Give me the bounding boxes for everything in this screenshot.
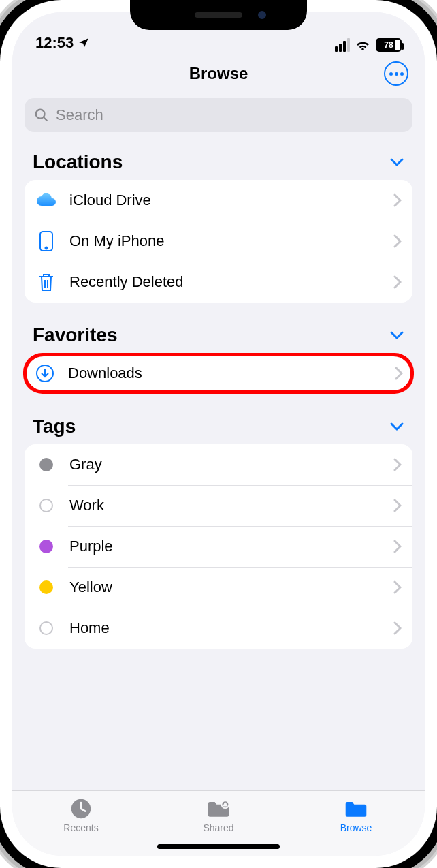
section-title: Tags [33,416,76,437]
row-label: Gray [69,456,381,474]
tab-browse[interactable]: Browse [315,798,397,833]
search-input[interactable]: Search [25,98,412,132]
trash-icon [35,271,57,293]
row-label: Work [69,497,381,514]
row-tag-home[interactable]: Home [25,608,412,649]
cellular-icon [335,38,350,52]
row-label: Recently Deleted [69,273,381,291]
page-title: Browse [189,64,248,83]
row-label: On My iPhone [69,232,381,250]
row-tag-yellow[interactable]: Yellow [25,567,412,608]
section-header-favorites[interactable]: Favorites [25,319,412,353]
chevron-right-icon [393,580,402,594]
section-header-tags[interactable]: Tags [25,410,412,444]
device-frame: 12:53 78 Browse Search Lo [0,0,437,868]
row-recently-deleted[interactable]: Recently Deleted [25,262,412,303]
section-favorites: Favorites Downloads [25,319,412,394]
section-title: Locations [33,151,123,173]
row-tag-gray[interactable]: Gray [25,444,412,485]
svg-point-0 [36,110,45,119]
iphone-icon [35,230,57,252]
tab-label: Shared [203,822,233,833]
chevron-right-icon [393,499,402,512]
tag-dot-icon [35,454,57,476]
section-header-locations[interactable]: Locations [25,146,412,180]
row-label: Downloads [68,365,383,382]
battery-icon: 78 [376,38,402,52]
tab-label: Browse [340,822,372,833]
more-button[interactable] [384,61,408,86]
shared-folder-icon [206,798,231,820]
chevron-right-icon [393,275,402,289]
chevron-right-icon [393,540,402,553]
chevron-down-icon [389,422,404,431]
status-time: 12:53 [35,34,74,52]
chevron-right-icon [393,193,402,207]
tag-dot-icon [35,495,57,516]
tab-shared[interactable]: Shared [178,798,259,833]
tag-dot-icon [35,617,57,639]
tag-dot-icon [35,576,57,598]
cloud-icon [35,189,57,211]
chevron-down-icon [389,330,404,340]
device-notch [130,0,307,30]
row-label: iCloud Drive [69,191,381,209]
row-tag-purple[interactable]: Purple [25,526,412,567]
section-title: Favorites [33,324,118,346]
tab-recents[interactable]: Recents [40,798,122,833]
home-indicator[interactable] [157,844,280,849]
search-placeholder: Search [56,106,103,124]
highlighted-row: Downloads [23,353,414,394]
folder-icon [344,798,368,820]
svg-line-1 [44,117,48,121]
nav-header: Browse [12,55,425,93]
row-label: Yellow [69,578,381,596]
row-downloads[interactable]: Downloads [23,353,414,394]
tag-dot-icon [35,536,57,557]
ellipsis-icon [389,72,404,76]
tab-label: Recents [63,822,98,833]
location-icon [78,37,90,49]
search-icon [34,108,49,123]
download-icon [34,362,56,384]
row-label: Purple [69,538,381,555]
chevron-right-icon [393,234,402,248]
section-tags: Tags Gray Work [25,410,412,649]
chevron-down-icon [389,157,404,167]
wifi-icon [355,40,370,50]
clock-icon [69,798,93,820]
row-label: Home [69,619,381,637]
chevron-right-icon [393,458,402,471]
svg-point-3 [46,247,48,249]
row-on-my-iphone[interactable]: On My iPhone [25,221,412,262]
row-tag-work[interactable]: Work [25,485,412,526]
chevron-right-icon [393,621,402,635]
content-scroll[interactable]: Locations iCloud Drive [12,142,425,790]
section-locations: Locations iCloud Drive [25,146,412,303]
row-icloud-drive[interactable]: iCloud Drive [25,180,412,221]
chevron-right-icon [395,367,403,380]
